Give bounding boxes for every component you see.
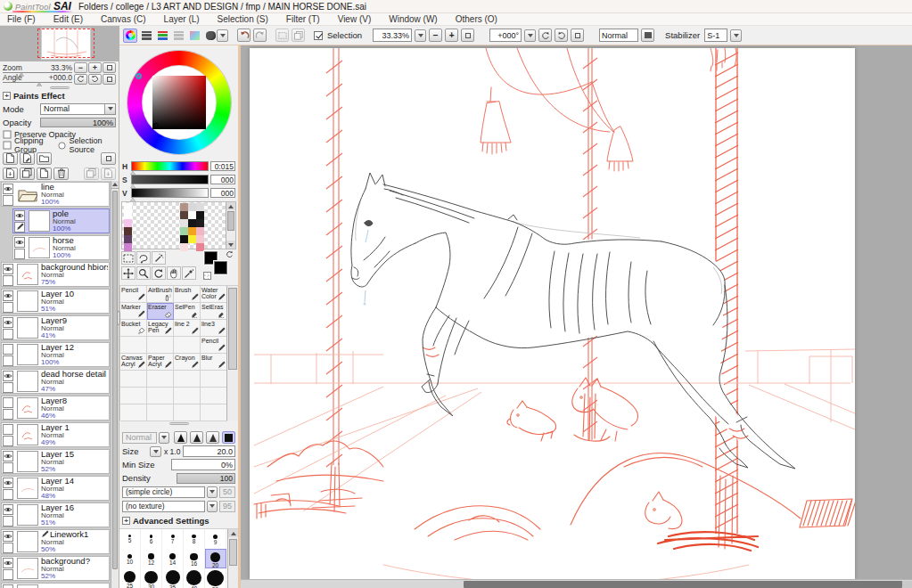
menu-item-layer[interactable]: Layer (L) [155, 14, 209, 24]
layer-row-background-[interactable]: background?Normal52% [1, 556, 110, 581]
color-swatch[interactable] [188, 227, 196, 235]
layer-lock-toggle[interactable] [3, 569, 13, 580]
tool-water-color[interactable]: Water Color [201, 286, 227, 303]
brush-texture-select[interactable]: (no texture) [122, 501, 205, 512]
tool-legacy-pen[interactable]: Legacy Pen [147, 320, 174, 337]
scratchpad-panel-button[interactable] [203, 29, 218, 43]
color-swatch[interactable] [124, 219, 132, 227]
tool-empty-slot[interactable] [201, 404, 227, 421]
color-swatch[interactable] [188, 235, 196, 243]
layer-visibility-toggle[interactable] [3, 371, 13, 381]
navigator-angle-slider[interactable]: Angle +000.0 [3, 73, 72, 83]
s-value[interactable]: 000 [210, 175, 235, 184]
hand-tool[interactable] [167, 266, 181, 280]
new-layer-button[interactable] [3, 152, 18, 165]
brush-tip-flat[interactable] [222, 431, 235, 444]
layer-visibility-toggle[interactable] [3, 424, 13, 435]
tool-empty-slot[interactable] [174, 337, 201, 354]
color-swatch[interactable] [124, 227, 132, 235]
merge-down-button[interactable] [20, 167, 35, 180]
canvas-zoom-value[interactable]: 33.33% [373, 29, 412, 42]
size-preset-40[interactable]: 40 [184, 568, 205, 588]
canvas-rotate-reset-button[interactable] [571, 29, 584, 42]
h-value[interactable]: 0:015 [210, 161, 235, 171]
brush-shape-strength[interactable]: 50 [219, 486, 235, 498]
color-swatch[interactable] [196, 243, 204, 251]
tool-empty-slot[interactable] [201, 371, 227, 388]
canvas-zoom-out-button[interactable]: − [429, 29, 442, 42]
layer-lock-toggle[interactable] [3, 195, 13, 206]
delete-layer-button[interactable] [53, 167, 69, 180]
stabilizer-value-box[interactable]: S-1 [704, 29, 727, 42]
tool-bucket[interactable]: Bucket [120, 320, 147, 337]
canvas-horizontal-scrollbar[interactable] [241, 579, 912, 588]
paints-effect-expand-icon[interactable]: + [3, 92, 11, 100]
layer-opacity-slider[interactable]: 100% [40, 118, 116, 127]
tool-brush[interactable]: Brush [174, 286, 201, 303]
color-swatch[interactable] [180, 235, 188, 243]
advanced-settings-expand-icon[interactable]: + [122, 517, 130, 525]
tool-empty-slot[interactable] [120, 404, 147, 421]
color-swatch[interactable] [188, 211, 196, 219]
layer-lock-toggle[interactable] [3, 329, 13, 339]
tool-paper-acryl[interactable]: Paper Acryl [147, 354, 174, 371]
layer-visibility-toggle[interactable] [3, 344, 13, 355]
canvas-rotate-ccw-button[interactable] [538, 29, 552, 42]
clipping-group-checkbox[interactable] [4, 142, 12, 150]
tool-line-2[interactable]: line 2 [174, 320, 201, 337]
layer-mask-button[interactable] [101, 152, 116, 165]
brush-texture-strength[interactable]: 95 [219, 501, 235, 512]
panel-splitter-handle[interactable] [117, 311, 120, 325]
size-preset-8[interactable]: 8 [184, 529, 205, 549]
angle-slider-marker[interactable] [37, 82, 42, 86]
saturation-value-square[interactable] [152, 76, 206, 129]
size-preset-50[interactable]: 50 [205, 568, 226, 588]
eyedropper-tool[interactable] [182, 266, 196, 280]
layer-row-layer-10[interactable]: Layer 10Normal51% [1, 289, 110, 314]
layer-row-layer-15[interactable]: Layer 15Normal52% [1, 449, 110, 474]
swatch-palette[interactable] [121, 201, 236, 249]
s-slider[interactable] [131, 175, 209, 184]
size-preset-9[interactable]: 9 [205, 529, 226, 549]
size-preset-30[interactable]: 30 [141, 568, 162, 588]
angle-dropdown-button[interactable] [524, 29, 536, 42]
tool-seleras[interactable]: SelEras [201, 303, 227, 320]
size-preset-10[interactable]: 10 [119, 549, 141, 568]
rotate-canvas-tool[interactable] [152, 266, 166, 280]
layer-row-background-hbiorse-[interactable]: background hbiorse?Normal75% [1, 262, 110, 287]
hsv-slider-panel-button[interactable] [155, 29, 169, 43]
layer-lock-toggle[interactable] [3, 355, 13, 366]
canvas-zoom-reset-button[interactable] [461, 29, 474, 42]
tool-empty-slot[interactable] [174, 388, 201, 404]
new-linework-layer-button[interactable] [20, 152, 35, 165]
canvas-rotate-cw-button[interactable] [555, 29, 568, 42]
menu-item-file[interactable]: File (F) [0, 14, 45, 24]
layer-visibility-toggle[interactable] [3, 317, 13, 328]
magic-wand-tool[interactable] [152, 251, 166, 265]
menu-item-edit[interactable]: Edit (E) [45, 14, 92, 24]
layer-lock-toggle[interactable] [3, 382, 13, 393]
zoom-dropdown-button[interactable] [415, 29, 426, 42]
size-preset-7[interactable]: 7 [162, 529, 184, 549]
zoom-reset-button[interactable] [103, 62, 116, 73]
layer-visibility-toggle[interactable] [3, 290, 13, 301]
tool-grid-scrollbar[interactable] [226, 286, 238, 421]
tool-empty-slot[interactable] [147, 388, 174, 404]
stabilizer-dropdown-button[interactable] [730, 29, 742, 42]
layer-row-layer-16[interactable]: Layer 16Normal51% [1, 502, 110, 527]
swap-colors-icon[interactable] [226, 250, 234, 258]
copy-mask-button[interactable] [84, 167, 99, 180]
canvas-document[interactable] [250, 48, 855, 579]
tool-empty-slot[interactable] [147, 404, 174, 421]
color-swatch[interactable] [180, 211, 188, 219]
min-size-input[interactable]: 0% [171, 459, 235, 470]
layer-row-layer8[interactable]: Layer8Normal46% [1, 396, 110, 421]
layer-lock-toggle[interactable] [3, 516, 13, 527]
h-slider[interactable] [131, 161, 209, 171]
menu-item-selection[interactable]: Selection (S) [209, 14, 277, 24]
canvas-zoom-in-button[interactable]: + [445, 29, 458, 42]
brush-texture-dropdown[interactable] [207, 501, 218, 512]
layer-mode-select[interactable]: Normal [40, 103, 116, 115]
color-swatch[interactable] [180, 227, 188, 235]
size-unit-button[interactable] [150, 446, 161, 457]
